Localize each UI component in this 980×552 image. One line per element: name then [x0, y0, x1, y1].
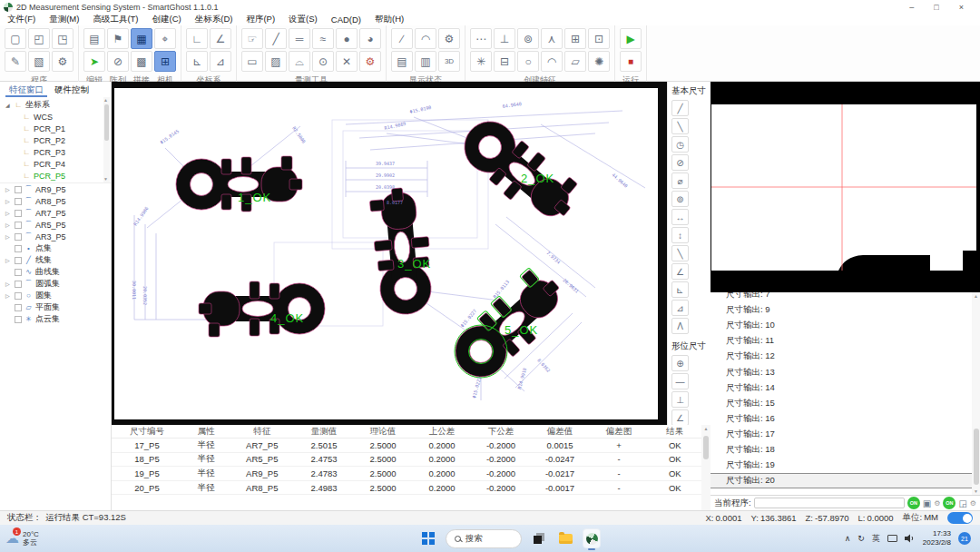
tree-item-ar8-p5[interactable]: ▷⌒AR8_P5: [0, 195, 111, 207]
arc-visibility-button[interactable]: ◠: [415, 28, 436, 49]
line-circle-dim-button[interactable]: ⌀: [671, 172, 689, 189]
part-3-shape[interactable]: [368, 186, 435, 317]
checkbox[interactable]: [15, 281, 22, 288]
menu-measure[interactable]: 量测(M): [49, 14, 79, 25]
col-lower-tol[interactable]: 下公差: [472, 426, 531, 438]
checkbox[interactable]: [15, 233, 22, 241]
parallel-lines-button[interactable]: ═: [289, 28, 310, 49]
checkbox[interactable]: [15, 292, 22, 300]
tool-visibility-button[interactable]: ⚙: [438, 28, 460, 49]
tree-item-curve-set[interactable]: ∿曲线集: [0, 266, 111, 278]
sidebar-scrollbar[interactable]: ▲▼: [103, 97, 110, 182]
menu-program[interactable]: 程序(P): [246, 14, 275, 25]
contour-extract-button[interactable]: ⊡: [588, 28, 610, 49]
sync-icon[interactable]: ↻: [858, 534, 865, 543]
tree-item-pcr-p3[interactable]: ∟PCR_P3: [0, 146, 111, 158]
tree-item-pointcloud-set[interactable]: ✳点云集: [0, 313, 111, 325]
tree-item-arc-set[interactable]: ▷⌒圆弧集: [0, 278, 111, 290]
compass-dim-button[interactable]: Λ: [671, 318, 689, 334]
tab-hardware-control[interactable]: 硬件控制: [51, 84, 93, 97]
output-item-15[interactable]: 尺寸输出: 15: [710, 396, 980, 411]
pick-hand-button[interactable]: ☞: [241, 28, 263, 49]
stitch-image-button[interactable]: ▦: [131, 28, 152, 49]
array-disable-button[interactable]: ⊘: [107, 51, 129, 72]
position-button[interactable]: ⊕: [671, 355, 689, 371]
col-feature[interactable]: 特征: [230, 426, 295, 438]
tree-open-icon[interactable]: ◢: [5, 102, 12, 108]
checkbox[interactable]: [15, 186, 22, 193]
table-row[interactable]: 18_P5半径AR5_P52.47532.50000.2000-0.2000-0…: [112, 453, 701, 468]
tools-button[interactable]: ✕: [336, 51, 358, 72]
straightness-button[interactable]: —: [671, 373, 689, 389]
edit-program-button[interactable]: ✎: [5, 51, 26, 72]
task-view-button[interactable]: [530, 528, 548, 548]
col-result[interactable]: 结果: [649, 426, 702, 438]
menu-cad[interactable]: CAD(D): [331, 15, 361, 25]
col-theoretical[interactable]: 理论值: [354, 426, 413, 438]
col-measured[interactable]: 量测值: [295, 426, 354, 438]
output-item-10[interactable]: 尺寸输出: 10: [710, 318, 980, 333]
output-item-12[interactable]: 尺寸输出: 12: [710, 349, 980, 364]
tree-item-ar7-p5[interactable]: ▷⌒AR7_P5: [0, 207, 111, 219]
menu-file[interactable]: 文件(F): [7, 14, 35, 25]
axis-tool-2-button[interactable]: ∠: [210, 28, 231, 49]
expander-icon[interactable]: ▷: [5, 281, 12, 287]
menu-advanced-tools[interactable]: 高级工具(T): [93, 14, 138, 25]
rect-tool-button[interactable]: ▭: [241, 51, 263, 72]
parallelogram-button[interactable]: ▱: [564, 51, 586, 72]
display-tray-icon[interactable]: [887, 535, 897, 542]
open-program-button[interactable]: ◰: [28, 28, 50, 49]
hatch-tool-button[interactable]: ▨: [265, 51, 287, 72]
weather-widget[interactable]: ☁1 20°C多云: [0, 530, 109, 547]
line-dim-button[interactable]: ╲: [671, 245, 689, 261]
capture-toggle-icon[interactable]: ◲: [958, 498, 966, 508]
axis-tool-3-button[interactable]: ⊾: [186, 51, 208, 72]
cad-canvas[interactable]: Φ15.0145 R14.9986 Φ15.0190 R14.9869 Φ15.…: [112, 82, 667, 425]
axis-tool-1-button[interactable]: ∟: [186, 28, 208, 49]
stitch-settings-button[interactable]: ▩: [131, 51, 152, 72]
expander-icon[interactable]: ▷: [5, 210, 12, 216]
notification-count-badge[interactable]: 21: [958, 532, 971, 545]
expander-icon[interactable]: ▷: [5, 292, 12, 299]
table-row[interactable]: 20_P5半径AR8_P52.49832.50000.2000-0.2000-0…: [112, 481, 701, 496]
chart-display-button[interactable]: ▥: [415, 51, 436, 72]
step-run-button[interactable]: ➤: [83, 51, 105, 72]
output-item-11[interactable]: 尺寸输出: 11: [710, 333, 980, 349]
checkbox[interactable]: [15, 257, 22, 264]
expander-icon[interactable]: ▷: [5, 198, 12, 204]
scroll-up-icon[interactable]: ▲: [103, 97, 109, 104]
output-item-13[interactable]: 尺寸输出: 13: [710, 364, 980, 380]
circle-slash-dim-button[interactable]: ⊘: [671, 154, 689, 171]
gauge-tool-button[interactable]: ⌓: [289, 51, 310, 72]
scroll-down-icon[interactable]: ▼: [103, 176, 109, 182]
tree-item-pcr-p5[interactable]: ∟PCR_P5: [0, 170, 111, 182]
checkbox[interactable]: [15, 198, 22, 205]
search-box[interactable]: 搜索: [446, 529, 522, 548]
smartghost-app-button[interactable]: [583, 528, 601, 548]
tree-item-pcr-p4[interactable]: ∟PCR_P4: [0, 158, 111, 170]
col-attribute[interactable]: 属性: [182, 426, 230, 438]
expander-icon[interactable]: ▷: [5, 186, 12, 192]
create-circle-button[interactable]: ○: [517, 51, 539, 72]
program-settings-button[interactable]: ⚙: [52, 51, 74, 72]
checkbox[interactable]: [15, 269, 22, 276]
maximize-button[interactable]: □: [934, 3, 938, 12]
line-visibility-button[interactable]: ∕: [391, 28, 413, 49]
circle-circle-dim-button[interactable]: ⊚: [671, 191, 689, 207]
stop-button[interactable]: ■: [620, 51, 642, 72]
menu-settings[interactable]: 设置(S): [289, 14, 318, 25]
tangent-circle-button[interactable]: ⊚: [517, 28, 539, 49]
array-tool-button[interactable]: ⚑: [107, 28, 129, 49]
axis-tool-4-button[interactable]: ⊿: [210, 51, 231, 72]
table-row[interactable]: 19_P5半径AR9_P52.47832.50000.2000-0.2000-0…: [112, 467, 701, 481]
file-explorer-button[interactable]: [556, 528, 574, 548]
save-program-button[interactable]: ◳: [52, 28, 74, 49]
table-scrollbar[interactable]: ▲: [701, 425, 710, 510]
expander-icon[interactable]: ▷: [5, 257, 12, 263]
close-button[interactable]: ×: [959, 3, 964, 12]
angle2-dim-button[interactable]: ⊾: [671, 281, 689, 298]
speaker-icon[interactable]: [905, 534, 916, 543]
camera-frame-button[interactable]: ⌖: [154, 28, 176, 49]
checkbox[interactable]: [15, 222, 22, 229]
angle-dim-button[interactable]: ∠: [671, 263, 689, 280]
